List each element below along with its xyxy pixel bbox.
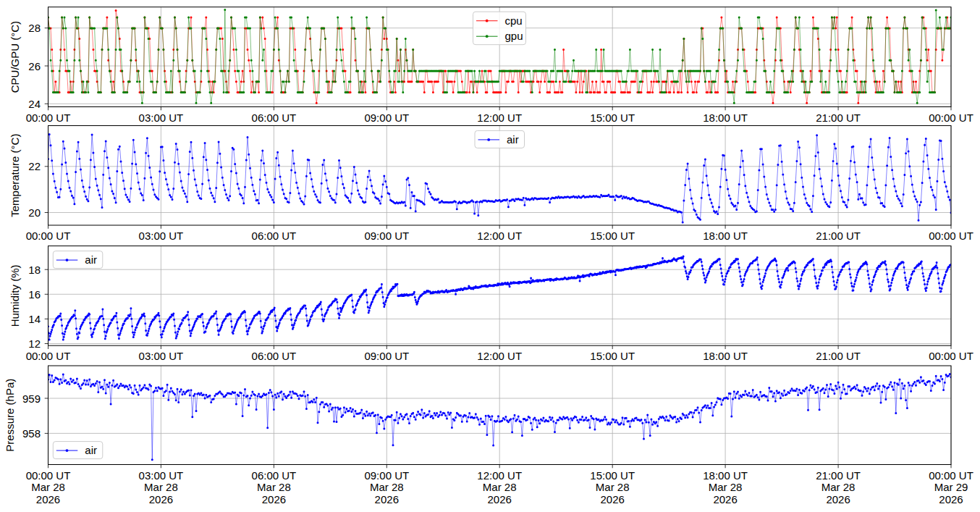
svg-text:air: air [507, 133, 519, 146]
svg-text:Mar 28: Mar 28 [821, 481, 856, 493]
svg-text:Mar 28: Mar 28 [144, 481, 178, 493]
svg-text:09:00 UT: 09:00 UT [364, 230, 409, 242]
svg-text:03:00 UT: 03:00 UT [139, 469, 184, 482]
svg-text:2026: 2026 [375, 493, 399, 505]
svg-text:2026: 2026 [262, 493, 286, 505]
svg-text:28: 28 [28, 22, 41, 34]
svg-text:Temperature (°C): Temperature (°C) [9, 134, 21, 217]
svg-text:00:00 UT: 00:00 UT [929, 230, 973, 242]
svg-text:15:00 UT: 15:00 UT [590, 350, 635, 362]
svg-text:Mar 28: Mar 28 [596, 481, 630, 493]
svg-text:15:00 UT: 15:00 UT [590, 230, 635, 242]
svg-text:2026: 2026 [939, 493, 963, 505]
svg-text:09:00 UT: 09:00 UT [364, 112, 409, 124]
svg-text:gpu: gpu [505, 30, 523, 42]
svg-text:14: 14 [28, 313, 41, 325]
svg-text:21:00 UT: 21:00 UT [816, 469, 861, 482]
svg-text:2026: 2026 [601, 493, 625, 505]
svg-text:06:00 UT: 06:00 UT [252, 350, 297, 362]
svg-text:18:00 UT: 18:00 UT [703, 469, 748, 482]
svg-text:Mar 28: Mar 28 [31, 481, 65, 493]
svg-text:18:00 UT: 18:00 UT [703, 112, 748, 124]
svg-text:21:00 UT: 21:00 UT [816, 112, 861, 124]
svg-text:12:00 UT: 12:00 UT [477, 112, 522, 124]
svg-text:15:00 UT: 15:00 UT [590, 112, 635, 124]
svg-text:Mar 29: Mar 29 [934, 481, 968, 493]
svg-text:958: 958 [22, 427, 41, 440]
svg-text:00:00 UT: 00:00 UT [26, 112, 71, 124]
svg-text:03:00 UT: 03:00 UT [139, 230, 184, 242]
svg-text:cpu: cpu [505, 14, 523, 27]
svg-text:00:00 UT: 00:00 UT [929, 469, 973, 482]
svg-text:12:00 UT: 12:00 UT [477, 350, 522, 362]
svg-text:CPU/GPU (°C): CPU/GPU (°C) [9, 21, 21, 93]
svg-text:2026: 2026 [488, 493, 512, 505]
svg-text:air: air [85, 444, 97, 456]
svg-text:Humidity (%): Humidity (%) [9, 264, 21, 327]
svg-text:2026: 2026 [826, 493, 850, 505]
svg-text:03:00 UT: 03:00 UT [139, 112, 184, 124]
svg-text:2026: 2026 [36, 493, 60, 505]
svg-text:21:00 UT: 21:00 UT [816, 350, 861, 362]
svg-text:22: 22 [28, 160, 41, 172]
svg-text:Pressure (hPa): Pressure (hPa) [4, 379, 16, 452]
svg-text:00:00 UT: 00:00 UT [929, 112, 973, 124]
svg-text:2026: 2026 [149, 493, 173, 505]
svg-text:03:00 UT: 03:00 UT [139, 350, 184, 362]
svg-text:18: 18 [28, 264, 41, 276]
svg-text:18:00 UT: 18:00 UT [703, 350, 748, 362]
svg-text:Mar 28: Mar 28 [257, 481, 291, 493]
svg-text:18:00 UT: 18:00 UT [703, 230, 748, 242]
svg-text:00:00 UT: 00:00 UT [26, 469, 71, 482]
svg-text:00:00 UT: 00:00 UT [929, 350, 973, 362]
svg-text:Mar 28: Mar 28 [483, 481, 517, 493]
svg-text:00:00 UT: 00:00 UT [26, 230, 71, 242]
svg-text:09:00 UT: 09:00 UT [364, 469, 409, 482]
svg-text:06:00 UT: 06:00 UT [252, 230, 297, 242]
svg-text:2026: 2026 [713, 493, 737, 505]
svg-text:06:00 UT: 06:00 UT [252, 112, 297, 124]
svg-text:12: 12 [28, 337, 41, 350]
svg-text:00:00 UT: 00:00 UT [26, 350, 71, 362]
svg-text:06:00 UT: 06:00 UT [252, 469, 297, 482]
svg-text:09:00 UT: 09:00 UT [364, 350, 409, 362]
svg-text:Mar 28: Mar 28 [709, 481, 743, 493]
svg-text:Mar 28: Mar 28 [370, 481, 404, 493]
svg-text:21:00 UT: 21:00 UT [816, 230, 861, 242]
svg-text:12:00 UT: 12:00 UT [477, 469, 522, 482]
svg-text:20: 20 [28, 206, 41, 219]
svg-text:12:00 UT: 12:00 UT [477, 230, 522, 242]
svg-text:16: 16 [28, 288, 41, 301]
svg-text:959: 959 [22, 393, 41, 405]
svg-text:15:00 UT: 15:00 UT [590, 469, 635, 482]
svg-text:24: 24 [28, 98, 41, 110]
svg-text:26: 26 [28, 60, 41, 72]
svg-text:air: air [85, 253, 97, 266]
